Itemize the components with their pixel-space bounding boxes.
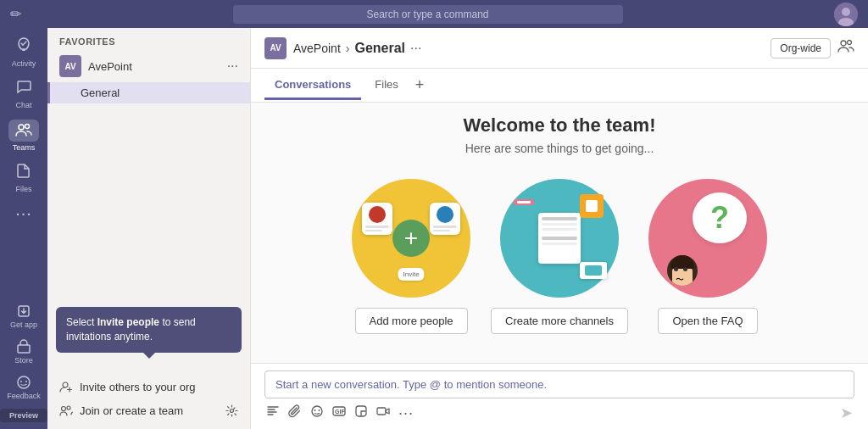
tooltip-bold: Invite people <box>97 316 159 328</box>
sidebar-item-getapp[interactable]: Get app <box>0 298 47 334</box>
team-name: AvePoint <box>88 60 220 73</box>
channel-name: General <box>81 86 120 99</box>
feedback-label: Feedback <box>7 392 41 400</box>
tooltip-text-before: Select <box>66 316 97 328</box>
channel-header-avatar: AV <box>264 37 287 59</box>
svg-point-18 <box>848 41 852 45</box>
welcome-title: Welcome to the team! <box>464 114 656 136</box>
compose-placeholder-end: someone. <box>495 378 547 391</box>
panel-bottom: Invite others to your org Join or create… <box>47 368 250 429</box>
add-more-people-button[interactable]: Add more people <box>355 308 468 334</box>
svg-point-10 <box>18 376 30 388</box>
manage-team-icon[interactable] <box>837 37 854 58</box>
store-label: Store <box>14 356 33 365</box>
svg-point-13 <box>63 382 68 387</box>
svg-point-15 <box>67 406 70 410</box>
sidebar-item-preview[interactable]: Preview <box>0 409 47 422</box>
tab-files[interactable]: Files <box>364 71 408 100</box>
welcome-card-faq: ? <box>648 179 767 334</box>
illustration-faq: ? <box>648 179 767 298</box>
send-button[interactable]: ➤ <box>840 404 853 422</box>
team-more-icon[interactable]: ··· <box>227 58 238 74</box>
plus-circle: + <box>392 220 430 257</box>
breadcrumb-team: AvePoint <box>293 42 341 55</box>
breadcrumb-chevron: › <box>346 42 350 55</box>
chat-label: Chat <box>15 101 31 109</box>
svg-point-19 <box>312 406 322 416</box>
compose-area: Start a new conversation. Type @ to ment… <box>251 363 868 429</box>
welcome-card-add-people: + Invite Add more people <box>352 179 470 334</box>
welcome-cards: + Invite Add more people <box>352 179 767 334</box>
sidebar-item-files[interactable]: Files <box>0 157 47 198</box>
team-avatar: AV <box>59 55 81 77</box>
search-placeholder: Search or type a command <box>366 8 488 20</box>
svg-point-11 <box>20 381 22 382</box>
sidebar-item-feedback[interactable]: Feedback <box>0 370 47 405</box>
svg-line-5 <box>23 42 26 45</box>
tab-conversations[interactable]: Conversations <box>264 71 361 100</box>
user-avatar[interactable] <box>834 3 858 26</box>
gif-tool[interactable]: GIF <box>332 404 346 421</box>
attach-tool[interactable] <box>288 404 302 421</box>
sidebar-item-chat[interactable]: Chat <box>0 73 47 114</box>
svg-point-17 <box>841 41 846 46</box>
svg-rect-9 <box>18 345 30 353</box>
emoji-tool[interactable] <box>310 404 324 421</box>
search-bar[interactable]: Search or type a command <box>233 5 623 24</box>
favorites-header: Favorites <box>47 28 250 50</box>
sidebar-item-more[interactable]: ··· <box>0 198 47 228</box>
compose-mention-link[interactable]: mention <box>456 378 495 391</box>
invite-action[interactable]: Invite others to your org <box>47 375 250 398</box>
compose-input[interactable]: Start a new conversation. Type @ to ment… <box>264 370 854 398</box>
compose-toolbar: GIF ··· <box>264 404 854 422</box>
team-item-avepoint[interactable]: AV AvePoint ··· <box>47 50 250 82</box>
svg-point-1 <box>842 8 850 16</box>
illustration-create-channels <box>500 179 619 298</box>
channel-header: AV AvePoint › General ··· Org-wide <box>251 28 868 69</box>
compose-placeholder-start: Start a new conversation. Type @ to <box>275 378 456 391</box>
tab-add-button[interactable]: + <box>412 73 428 98</box>
svg-point-14 <box>62 407 66 411</box>
svg-point-6 <box>19 125 24 130</box>
teams-label: Teams <box>13 143 36 152</box>
video-tool[interactable] <box>376 404 390 421</box>
top-bar: ✏ Search or type a command <box>0 0 868 28</box>
org-wide-button[interactable]: Org-wide <box>771 38 831 58</box>
create-more-channels-button[interactable]: Create more channels <box>491 308 628 334</box>
sidebar-item-teams[interactable]: Teams <box>0 114 47 157</box>
settings-icon[interactable] <box>225 404 238 417</box>
format-tool[interactable] <box>266 404 280 421</box>
join-create-label: Join or create a team <box>80 404 183 417</box>
breadcrumb: AvePoint › General ··· <box>293 41 421 56</box>
compose-icon[interactable]: ✏ <box>10 6 21 22</box>
svg-point-16 <box>231 409 234 412</box>
sidebar-nav: Activity Chat Teams <box>0 28 47 429</box>
sticker-tool[interactable] <box>354 404 368 421</box>
illustration-add-people: + Invite <box>352 179 470 298</box>
svg-point-7 <box>25 125 30 129</box>
sidebar-item-store[interactable]: Store <box>0 334 47 370</box>
invite-label: Invite others to your org <box>80 381 196 393</box>
open-faq-button[interactable]: Open the FAQ <box>658 308 757 334</box>
welcome-card-create-channels: Create more channels <box>491 179 628 334</box>
svg-rect-3 <box>22 49 25 51</box>
preview-label: Preview <box>9 411 38 420</box>
welcome-area: Welcome to the team! Here are some thing… <box>251 103 868 363</box>
channel-item-general[interactable]: General <box>47 82 250 103</box>
welcome-subtitle: Here are some things to get going... <box>465 142 654 155</box>
channel-ellipsis[interactable]: ··· <box>410 41 421 56</box>
teams-panel: Favorites AV AvePoint ··· General Select… <box>47 28 251 429</box>
more-tools[interactable]: ··· <box>398 404 414 422</box>
tooltip-bubble: Select Invite people to send invitations… <box>56 307 242 353</box>
breadcrumb-channel: General <box>354 41 405 56</box>
svg-point-20 <box>314 410 316 411</box>
sidebar-item-activity[interactable]: Activity <box>0 31 47 73</box>
join-create-action[interactable]: Join or create a team <box>47 398 250 422</box>
svg-text:GIF: GIF <box>335 409 345 415</box>
main-content: AV AvePoint › General ··· Org-wide <box>251 28 868 429</box>
files-label: Files <box>15 185 31 193</box>
main-layout: Activity Chat Teams <box>0 28 868 429</box>
svg-rect-25 <box>377 408 386 415</box>
svg-point-21 <box>319 410 320 411</box>
tabs-bar: Conversations Files + <box>251 69 868 103</box>
